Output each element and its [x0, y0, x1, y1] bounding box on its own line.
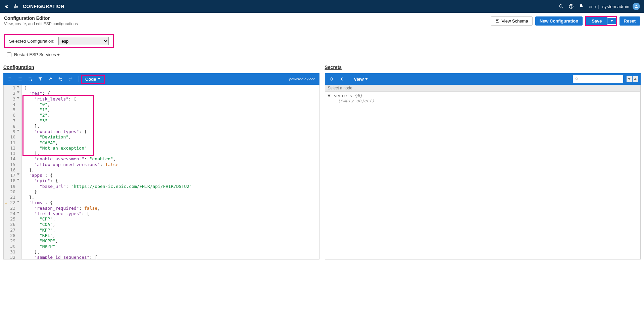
format-icon[interactable]: [6, 75, 14, 83]
search-icon[interactable]: [558, 4, 564, 9]
esp-label: esp: [589, 4, 596, 9]
app-title: CONFIGURATION: [23, 4, 64, 9]
save-button-group: Save: [585, 16, 616, 26]
svg-point-1: [15, 5, 16, 6]
filter-icon[interactable]: [36, 75, 44, 83]
svg-point-12: [497, 20, 498, 21]
tree-root-row[interactable]: ▼ secrets {0}: [328, 93, 638, 98]
secrets-tree[interactable]: ▼ secrets {0} (empty object): [325, 92, 641, 105]
secrets-search[interactable]: [573, 75, 623, 83]
top-header: CONFIGURATION esp | system admin: [0, 0, 644, 13]
compact-icon[interactable]: [16, 75, 24, 83]
view-mode-label: View: [354, 77, 364, 82]
divider: |: [598, 4, 599, 9]
configuration-title: Configuration: [3, 65, 319, 70]
code-mode-button[interactable]: Code: [81, 75, 105, 84]
restart-row: Restart ESP Services +: [0, 51, 644, 63]
restart-label: Restart ESP Services +: [14, 52, 60, 57]
tree-root-key: secrets: [334, 93, 352, 98]
line-gutter: 12345678910111213141516171819202122⚠2324…: [4, 85, 22, 259]
redo-icon[interactable]: [66, 75, 75, 83]
svg-line-28: [578, 80, 579, 81]
username-label[interactable]: system admin: [602, 4, 629, 9]
page-subtitle: View, create, and edit ESP configuration…: [4, 22, 78, 26]
user-avatar-icon[interactable]: [633, 3, 640, 10]
page-header: Configuration Editor View, create, and e…: [0, 13, 644, 29]
code-mode-label: Code: [85, 77, 96, 82]
svg-point-10: [636, 5, 637, 6]
svg-point-27: [576, 78, 578, 80]
selected-config-box: Selected Configuration: esp: [4, 34, 114, 48]
code-area[interactable]: { "mes": { "risk_levels": [ "0", "1", "2…: [22, 85, 319, 259]
view-schema-label: View Schema: [501, 18, 528, 24]
save-button[interactable]: Save: [586, 17, 607, 25]
save-dropdown-button[interactable]: [607, 18, 616, 24]
reset-button[interactable]: Reset: [620, 16, 640, 26]
triangle-down-icon[interactable]: ▼: [328, 93, 331, 98]
sliders-icon: [13, 3, 19, 9]
editor-toolbar: Code powered by ace: [3, 73, 319, 85]
editor-body: 12345678910111213141516171819202122⚠2324…: [3, 85, 319, 259]
svg-line-13: [498, 21, 498, 22]
page-title: Configuration Editor: [4, 15, 78, 21]
help-icon[interactable]: [568, 4, 574, 9]
restart-checkbox[interactable]: [7, 52, 11, 57]
bell-icon[interactable]: [579, 4, 584, 9]
view-schema-button[interactable]: View Schema: [491, 16, 532, 26]
select-node-prompt[interactable]: Select a node...: [325, 85, 641, 92]
selected-config-row: Selected Configuration: esp: [0, 29, 644, 51]
svg-point-6: [559, 5, 562, 7]
svg-line-7: [562, 7, 563, 8]
secrets-toolbar: View: [325, 73, 641, 85]
schema-icon: [495, 19, 499, 23]
sort-icon[interactable]: [26, 75, 34, 83]
selected-config-select[interactable]: esp: [58, 37, 109, 45]
search-down-icon[interactable]: [627, 76, 632, 82]
svg-marker-14: [610, 20, 613, 22]
svg-point-5: [14, 7, 15, 8]
svg-marker-26: [365, 78, 368, 80]
wrench-icon[interactable]: [46, 75, 54, 83]
configuration-pane: Configuration Code powered by ace 123456…: [3, 63, 319, 259]
svg-marker-29: [628, 78, 631, 80]
reset-label: Reset: [624, 18, 636, 24]
svg-marker-25: [98, 78, 100, 80]
new-configuration-button[interactable]: New Configuration: [535, 16, 583, 26]
selected-config-label: Selected Configuration:: [9, 39, 54, 44]
powered-label: powered by ace: [289, 77, 315, 81]
view-mode-button[interactable]: View: [354, 77, 368, 82]
collapse-all-icon[interactable]: [338, 75, 346, 83]
tree-empty-label: (empty object): [338, 98, 638, 103]
tree-root-count: {0}: [355, 93, 362, 98]
search-up-icon[interactable]: [633, 76, 638, 82]
secrets-pane: Secrets View Select a node... ▼: [325, 63, 641, 259]
expand-all-icon[interactable]: [328, 75, 336, 83]
secrets-body: Select a node... ▼ secrets {0} (empty ob…: [325, 85, 641, 259]
back-icon[interactable]: [4, 3, 10, 9]
secrets-title: Secrets: [325, 65, 641, 70]
svg-marker-30: [634, 78, 637, 80]
svg-point-3: [16, 6, 17, 7]
svg-marker-24: [39, 77, 42, 80]
new-configuration-label: New Configuration: [540, 18, 579, 24]
undo-icon[interactable]: [56, 75, 64, 83]
svg-point-9: [571, 7, 572, 8]
